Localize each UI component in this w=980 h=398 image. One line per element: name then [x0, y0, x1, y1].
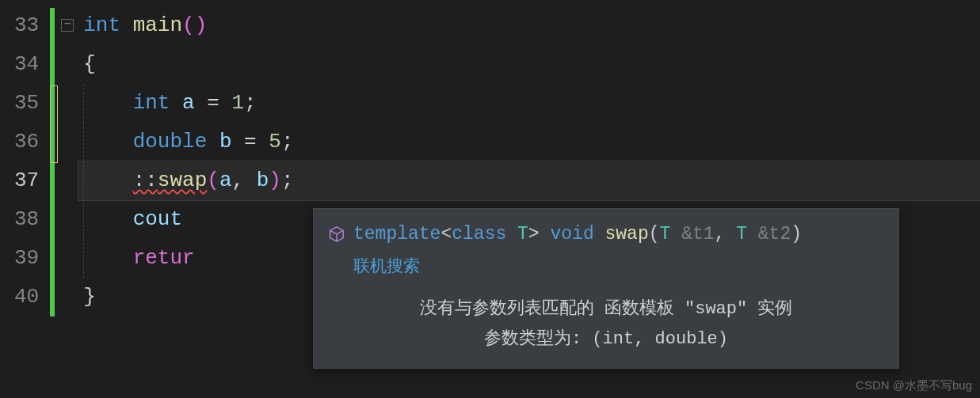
line-number: 39 — [14, 239, 39, 278]
line-number: 38 — [14, 200, 39, 239]
change-indicator-track — [48, 0, 59, 398]
line-number-gutter: 33 34 35 36 37 38 39 40 — [0, 0, 48, 398]
code-line[interactable]: { — [78, 45, 980, 84]
tooltip-signature: template<class T> void swap(T &t1, T &t2… — [353, 220, 802, 249]
line-number: 33 — [14, 6, 39, 45]
code-line[interactable]: int main() — [78, 6, 980, 45]
line-number: 37 — [14, 161, 39, 200]
tooltip-error-message: 没有与参数列表匹配的 函数模板 "swap" 实例 参数类型为: (int, d… — [328, 294, 884, 354]
code-line-active[interactable]: ::swap(a, b); — [78, 161, 980, 200]
indent-guide — [83, 161, 84, 200]
watermark: CSDN @水墨不写bug — [856, 378, 972, 393]
code-line[interactable]: double b = 5; — [78, 123, 980, 161]
cube-icon — [328, 226, 345, 243]
indent-guide — [83, 239, 84, 278]
fold-column: − — [59, 0, 78, 398]
line-number: 36 — [14, 123, 39, 161]
unsaved-change-indicator — [50, 85, 58, 163]
error-squiggle: :: — [133, 169, 158, 192]
error-squiggle: swap — [158, 169, 207, 192]
line-number: 34 — [14, 45, 39, 84]
fold-minus-icon[interactable]: − — [61, 19, 74, 32]
error-tooltip: template<class T> void swap(T &t1, T &t2… — [313, 208, 899, 369]
tooltip-signature-row: template<class T> void swap(T &t1, T &t2… — [328, 220, 884, 249]
line-number: 40 — [14, 278, 39, 317]
online-search-link[interactable]: 联机搜索 — [353, 254, 884, 281]
code-line[interactable]: int a = 1; — [78, 84, 980, 123]
indent-guide — [83, 84, 84, 123]
line-number: 35 — [14, 84, 39, 123]
indent-guide — [83, 123, 84, 161]
indent-guide — [83, 200, 84, 239]
